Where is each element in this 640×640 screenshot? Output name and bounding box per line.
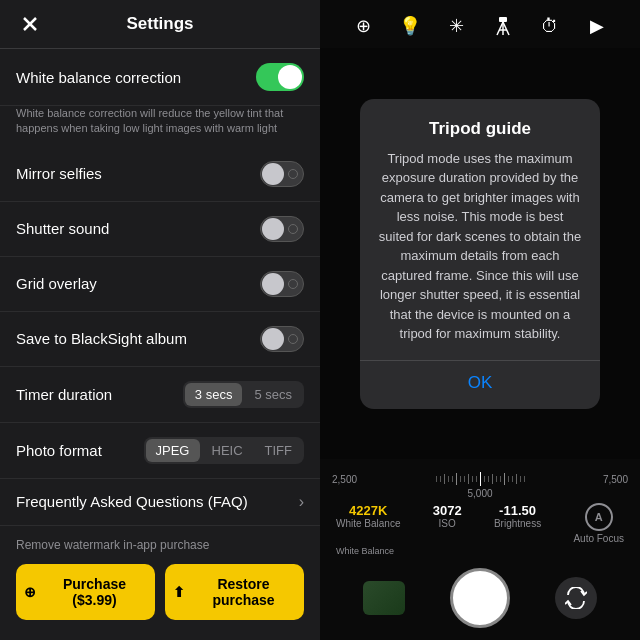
- format-jpeg[interactable]: JPEG: [146, 439, 200, 462]
- purchase-buttons-row: ⊕ Purchase ($3.99) ⬆ Restore purchase: [0, 558, 320, 630]
- format-tiff[interactable]: TIFF: [255, 439, 302, 462]
- iso-key: ISO: [433, 518, 462, 529]
- grid-overlay-label: Grid overlay: [16, 275, 97, 292]
- modal-overlay: Tripod guide Tripod mode uses the maximu…: [320, 48, 640, 459]
- modal-ok-button[interactable]: OK: [378, 373, 582, 393]
- svg-rect-2: [499, 17, 507, 22]
- white-balance-toggle[interactable]: I: [256, 63, 304, 91]
- mirror-selfies-row: Mirror selfies: [0, 147, 320, 202]
- format-heic[interactable]: HEIC: [202, 439, 253, 462]
- restore-button-label: Restore purchase: [191, 576, 296, 608]
- purchase-button[interactable]: ⊕ Purchase ($3.99): [16, 564, 155, 620]
- white-balance-info: 4227K White Balance: [336, 503, 400, 544]
- tripod-icon[interactable]: [489, 12, 517, 40]
- faq-row[interactable]: Frequently Asked Questions (FAQ) ›: [0, 479, 320, 526]
- grid-overlay-row: Grid overlay: [0, 257, 320, 312]
- gallery-button[interactable]: [363, 581, 405, 615]
- timer-5sec[interactable]: 5 secs: [244, 383, 302, 406]
- timer-segmented: 3 secs 5 secs: [183, 381, 304, 408]
- purchase-section-label: Remove watermark in-app purchase: [0, 526, 320, 558]
- wb-key: White Balance: [336, 518, 400, 529]
- ruler: [361, 471, 599, 487]
- top-icons-bar: ⊕ 💡 ✳ ⏱ ▶: [320, 0, 640, 48]
- modal-divider: [360, 360, 600, 361]
- camera-bottom-bar: 2,500: [320, 459, 640, 640]
- restore-purchase-button[interactable]: ⬆ Restore purchase: [165, 564, 304, 620]
- iso-value: 3072: [433, 503, 462, 518]
- save-album-toggle[interactable]: [260, 326, 304, 352]
- af-key: Auto Focus: [573, 533, 624, 544]
- ruler-center-label: 5,000: [320, 488, 640, 499]
- mirror-selfies-label: Mirror selfies: [16, 165, 102, 182]
- wb-bottom-label: White Balance: [320, 546, 640, 558]
- camera-controls: [320, 558, 640, 636]
- purchase-button-label: Purchase ($3.99): [42, 576, 147, 608]
- white-balance-desc: White balance correction will reduce the…: [0, 106, 320, 147]
- feedback-section-label: Feedback: [0, 630, 320, 640]
- timer-3sec[interactable]: 3 secs: [185, 383, 243, 406]
- bulb-icon[interactable]: 💡: [396, 12, 424, 40]
- modal-body: Tripod mode uses the maximum exposure du…: [378, 149, 582, 344]
- timer-icon[interactable]: ⏱: [536, 12, 564, 40]
- close-button[interactable]: [16, 10, 44, 38]
- camera-view: Tripod guide Tripod mode uses the maximu…: [320, 48, 640, 459]
- wb-value: 4227K: [336, 503, 400, 518]
- white-balance-row: White balance correction I: [0, 49, 320, 106]
- timer-duration-row: Timer duration 3 secs 5 secs: [0, 367, 320, 423]
- settings-title: Settings: [126, 14, 193, 34]
- tripod-guide-modal: Tripod guide Tripod mode uses the maximu…: [360, 99, 600, 409]
- settings-header: Settings: [0, 0, 320, 49]
- camera-switch-button[interactable]: [555, 577, 597, 619]
- purchase-icon: ⊕: [24, 584, 36, 600]
- photo-format-row: Photo format JPEG HEIC TIFF: [0, 423, 320, 479]
- save-album-label: Save to BlackSight album: [16, 330, 187, 347]
- af-badge: A: [585, 503, 613, 531]
- shutter-sound-label: Shutter sound: [16, 220, 109, 237]
- timer-duration-label: Timer duration: [16, 386, 112, 403]
- white-balance-label: White balance correction: [16, 69, 181, 86]
- shutter-sound-toggle[interactable]: [260, 216, 304, 242]
- svg-line-4: [503, 22, 509, 35]
- star2-icon[interactable]: ✳: [443, 12, 471, 40]
- faq-label: Frequently Asked Questions (FAQ): [16, 493, 248, 510]
- ruler-left-label: 2,500: [332, 474, 357, 485]
- iso-info: 3072 ISO: [433, 503, 462, 544]
- play-icon[interactable]: ▶: [583, 12, 611, 40]
- focus-icon[interactable]: ⊕: [349, 12, 377, 40]
- settings-panel: Settings White balance correction I Whit…: [0, 0, 320, 640]
- grid-overlay-toggle[interactable]: [260, 271, 304, 297]
- shutter-sound-row: Shutter sound: [0, 202, 320, 257]
- camera-info-row: 4227K White Balance 3072 ISO -11.50 Brig…: [320, 499, 640, 546]
- photo-format-segmented: JPEG HEIC TIFF: [144, 437, 304, 464]
- af-info: A Auto Focus: [573, 503, 624, 544]
- save-album-row: Save to BlackSight album: [0, 312, 320, 367]
- faq-chevron: ›: [299, 493, 304, 511]
- photo-format-label: Photo format: [16, 442, 102, 459]
- brightness-info: -11.50 Brightness: [494, 503, 541, 544]
- ruler-right-label: 7,500: [603, 474, 628, 485]
- brightness-key: Brightness: [494, 518, 541, 529]
- brightness-value: -11.50: [494, 503, 541, 518]
- mirror-selfies-toggle[interactable]: [260, 161, 304, 187]
- restore-icon: ⬆: [173, 584, 185, 600]
- camera-panel: ⊕ 💡 ✳ ⏱ ▶ Tripod guide Tripod mode uses …: [320, 0, 640, 640]
- svg-line-3: [497, 22, 503, 35]
- settings-content: White balance correction I White balance…: [0, 49, 320, 640]
- modal-title: Tripod guide: [378, 119, 582, 139]
- shutter-button[interactable]: [450, 568, 510, 628]
